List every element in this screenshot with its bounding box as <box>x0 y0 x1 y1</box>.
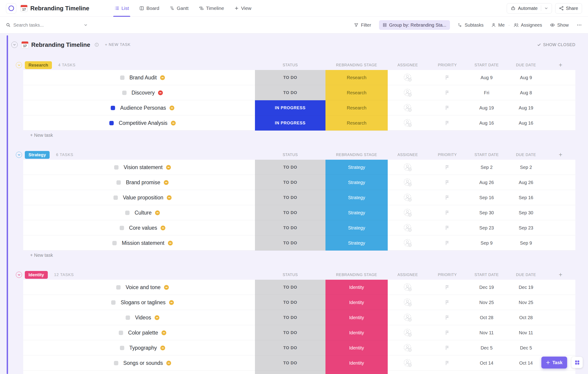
task-due-date[interactable]: Oct 28 <box>506 310 546 325</box>
task-stage[interactable]: Strategy <box>326 205 388 220</box>
task-due-date[interactable] <box>506 371 546 374</box>
task-name[interactable]: Slogans or taglines <box>121 299 166 306</box>
column-header-status[interactable]: STATUS <box>255 152 326 157</box>
column-header-priority[interactable]: PRIORITY <box>428 273 467 277</box>
task-row[interactable]: Culture TO DO Strategy Sep 30 Sep 30 <box>23 205 575 220</box>
task-due-date[interactable]: Aug 19 <box>506 100 546 115</box>
task-tag-icon[interactable] <box>169 300 174 305</box>
add-task-floating-button[interactable]: Task <box>541 357 567 368</box>
task-name[interactable]: Songs or sounds <box>123 360 163 366</box>
task-status[interactable]: IN PROGRESS <box>255 115 326 131</box>
task-tag-icon[interactable] <box>160 345 165 350</box>
task-due-date[interactable]: Nov 11 <box>506 325 546 340</box>
task-name[interactable]: Voice and tone <box>126 284 160 291</box>
task-priority[interactable] <box>428 100 467 115</box>
show-button[interactable]: Show <box>550 22 569 28</box>
task-row[interactable]: Songs or sounds TO DO Identity Oct 14 Oc… <box>23 355 575 371</box>
task-priority[interactable] <box>428 325 467 340</box>
task-due-date[interactable]: Aug 9 <box>506 70 546 85</box>
task-status[interactable]: TO DO <box>255 310 326 325</box>
task-priority[interactable] <box>428 160 467 175</box>
me-filter-button[interactable]: Me <box>491 22 505 28</box>
column-header-priority[interactable]: PRIORITY <box>428 152 467 157</box>
task-row[interactable]: TO DO Identity <box>23 371 575 374</box>
task-name[interactable]: Audience Personas <box>120 105 166 111</box>
task-priority[interactable] <box>428 85 467 100</box>
task-tag-icon[interactable] <box>160 226 165 230</box>
task-checkbox[interactable] <box>116 180 121 185</box>
info-button[interactable] <box>94 42 99 47</box>
task-row[interactable]: Value proposition TO DO Strategy Sep 16 … <box>23 190 575 205</box>
task-checkbox[interactable] <box>122 91 126 95</box>
task-tag-icon[interactable] <box>160 75 165 80</box>
task-name[interactable]: Discovery <box>132 90 155 96</box>
column-header-stage[interactable]: REBRANDING STAGE <box>326 273 388 277</box>
task-due-date[interactable]: Sep 23 <box>506 220 546 235</box>
search-box[interactable] <box>6 22 87 28</box>
subtasks-button[interactable]: Subtasks <box>458 22 483 28</box>
tab-board[interactable]: Board <box>139 0 159 17</box>
task-priority[interactable] <box>428 371 467 374</box>
task-priority[interactable] <box>428 175 467 190</box>
task-tag-icon[interactable] <box>169 106 174 110</box>
task-status[interactable]: TO DO <box>255 160 326 175</box>
task-start-date[interactable]: Dec 19 <box>467 280 506 295</box>
add-column-button[interactable]: + <box>559 152 563 158</box>
task-name[interactable]: Color palette <box>128 330 158 336</box>
task-name[interactable]: Value proposition <box>123 195 163 201</box>
add-task-button[interactable]: + New task <box>23 251 575 260</box>
task-status[interactable]: TO DO <box>255 340 326 355</box>
task-start-date[interactable]: Sep 23 <box>467 220 506 235</box>
task-checkbox[interactable] <box>120 346 124 350</box>
task-due-date[interactable]: Aug 8 <box>506 85 546 100</box>
add-task-button[interactable]: + New task <box>23 131 575 140</box>
show-closed-toggle[interactable]: SHOW CLOSED <box>537 42 575 47</box>
task-assignee[interactable] <box>388 340 428 355</box>
task-checkbox[interactable] <box>109 121 114 125</box>
task-assignee[interactable] <box>388 310 428 325</box>
task-assignee[interactable] <box>388 85 428 100</box>
column-header-status[interactable]: STATUS <box>255 273 326 277</box>
task-assignee[interactable] <box>388 205 428 220</box>
task-start-date[interactable]: Oct 28 <box>467 310 506 325</box>
tab-list[interactable]: List <box>115 0 129 17</box>
add-column-button[interactable]: + <box>559 62 563 68</box>
task-checkbox[interactable] <box>114 361 118 365</box>
task-assignee[interactable] <box>388 355 428 371</box>
task-tag-icon[interactable] <box>171 121 176 125</box>
tab-gantt[interactable]: Gantt <box>170 0 188 17</box>
automate-button[interactable]: Automate <box>507 3 552 13</box>
task-assignee[interactable] <box>388 190 428 205</box>
group-badge[interactable]: Research <box>25 61 52 69</box>
task-due-date[interactable]: Sep 2 <box>506 160 546 175</box>
group-by-button[interactable]: Group by: Rebranding Sta... <box>379 20 450 30</box>
task-due-date[interactable]: Sep 9 <box>506 235 546 251</box>
task-priority[interactable] <box>428 205 467 220</box>
task-name[interactable]: Brand promise <box>126 179 160 186</box>
task-tag-icon[interactable] <box>164 285 169 290</box>
task-name[interactable]: Mission statement <box>122 240 164 246</box>
task-stage[interactable]: Identity <box>326 355 388 371</box>
task-due-date[interactable]: Aug 16 <box>506 115 546 131</box>
task-row[interactable]: Discovery TO DO Research Fri Aug 8 <box>23 85 575 100</box>
task-start-date[interactable]: Dec 5 <box>467 340 506 355</box>
task-tag-icon[interactable] <box>158 91 163 95</box>
task-due-date[interactable]: Sep 30 <box>506 205 546 220</box>
task-due-date[interactable]: Dec 5 <box>506 340 546 355</box>
task-checkbox[interactable] <box>119 331 123 335</box>
task-priority[interactable] <box>428 280 467 295</box>
workspace-logo[interactable] <box>6 3 16 13</box>
task-assignee[interactable] <box>388 325 428 340</box>
more-options-button[interactable] <box>577 23 582 27</box>
task-checkbox[interactable] <box>126 315 130 320</box>
task-stage[interactable]: Identity <box>326 295 388 310</box>
task-tag-icon[interactable] <box>161 330 166 335</box>
task-stage[interactable]: Identity <box>326 371 388 374</box>
task-status[interactable]: IN PROGRESS <box>255 100 326 115</box>
task-checkbox[interactable] <box>114 165 118 170</box>
group-badge[interactable]: Strategy <box>25 151 50 159</box>
task-stage[interactable]: Strategy <box>326 235 388 251</box>
task-priority[interactable] <box>428 70 467 85</box>
column-header-assignee[interactable]: ASSIGNEE <box>388 63 428 67</box>
task-start-date[interactable]: Nov 25 <box>467 295 506 310</box>
